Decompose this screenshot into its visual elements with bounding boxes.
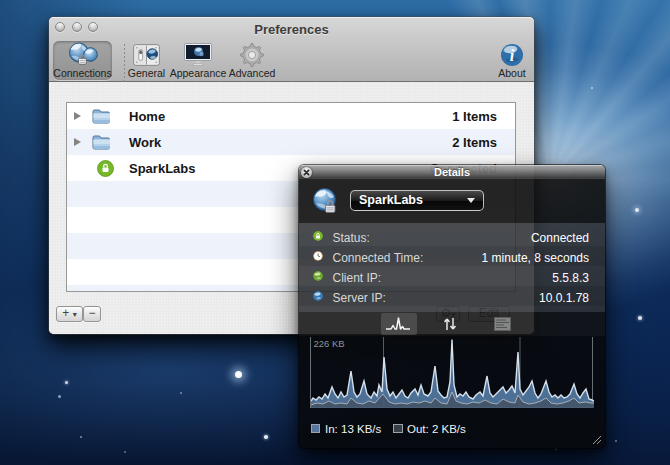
svg-text:i: i xyxy=(510,47,515,64)
